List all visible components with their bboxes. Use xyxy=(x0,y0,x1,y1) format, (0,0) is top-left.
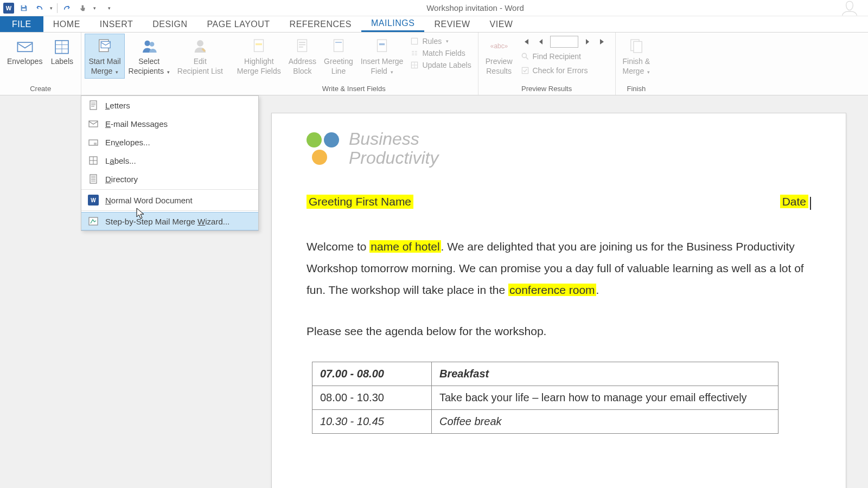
start-mail-merge-icon xyxy=(95,36,114,56)
svg-text:«abc»: «abc» xyxy=(490,42,508,50)
next-icon xyxy=(584,38,591,45)
table-row[interactable]: 08.00 - 10.30 Take back your life – lear… xyxy=(312,386,778,409)
agenda-time-0[interactable]: 07.00 - 08.00 xyxy=(312,362,432,386)
agenda-time-2[interactable]: 10.30 - 10.45 xyxy=(312,409,432,433)
highlight-icon xyxy=(249,36,269,56)
svg-rect-18 xyxy=(334,40,343,52)
select-recipients-label-1: Select xyxy=(138,57,159,67)
rules-label: Rules xyxy=(422,37,442,46)
last-record-button[interactable] xyxy=(597,36,609,48)
group-create: Envelopes Labels Create xyxy=(0,33,81,95)
greeting-icon xyxy=(329,36,348,56)
tab-references[interactable]: REFERENCES xyxy=(280,16,361,32)
insert-merge-field-button: Insert Merge Field ▾ xyxy=(357,34,407,79)
labels-icon xyxy=(52,36,72,56)
hotel-placeholder[interactable]: name of hotel xyxy=(369,240,441,253)
prev-record-button[interactable] xyxy=(535,36,547,48)
tab-page-layout[interactable]: PAGE LAYOUT xyxy=(197,16,280,32)
user-avatar[interactable] xyxy=(840,0,859,18)
letters-icon xyxy=(88,100,99,111)
finish-icon xyxy=(627,36,646,56)
tab-file[interactable]: FILE xyxy=(0,16,43,32)
table-row[interactable]: 10.30 - 10.45 Coffee break xyxy=(312,409,778,433)
dropdown-envelopes[interactable]: Envelopes... xyxy=(81,133,258,151)
ribbon-tabs: FILE HOME INSERT DESIGN PAGE LAYOUT REFE… xyxy=(0,16,868,33)
title-bar: W ▾ ▾ ▾ Workshop invitation - Word xyxy=(0,0,868,16)
prev-icon xyxy=(538,38,544,45)
email-icon xyxy=(88,118,99,129)
tab-home[interactable]: HOME xyxy=(43,16,90,32)
svg-rect-22 xyxy=(412,38,418,44)
agenda-intro[interactable]: Please see the agenda below for the work… xyxy=(307,320,811,342)
check-errors-icon xyxy=(521,66,529,75)
dropdown-email[interactable]: E-mail Messages xyxy=(81,114,258,133)
agenda-item-2[interactable]: Coffee break xyxy=(432,409,778,433)
dropdown-letters[interactable]: Letters xyxy=(81,96,258,114)
write-insert-small-buttons: Rules▾ Match Fields Update Labels xyxy=(407,34,474,73)
dropdown-separator xyxy=(81,189,258,190)
undo-dropdown-caret[interactable]: ▾ xyxy=(50,5,53,11)
group-preview-label: Preview Results xyxy=(482,84,612,95)
touch-dropdown-caret[interactable]: ▾ xyxy=(93,5,96,11)
envelopes-button[interactable]: Envelopes xyxy=(3,34,46,69)
last-icon xyxy=(599,38,607,46)
start-mail-merge-label-2: Merge ▾ xyxy=(91,67,119,76)
tab-design[interactable]: DESIGN xyxy=(143,16,197,32)
dropdown-wizard[interactable]: Step-by-Step Mail Merge Wizard... xyxy=(81,212,258,230)
check-errors-button: Check for Errors xyxy=(520,65,609,76)
svg-rect-21 xyxy=(379,43,385,45)
svg-rect-14 xyxy=(298,40,307,52)
svg-rect-48 xyxy=(89,217,98,225)
greeting-placeholder[interactable]: Greeting First Name xyxy=(307,195,413,209)
labels-label: Labels xyxy=(51,57,73,67)
mouse-cursor-icon xyxy=(136,207,146,222)
agenda-table[interactable]: 07.00 - 08.00 Breakfast 08.00 - 10.30 Ta… xyxy=(312,362,778,434)
undo-button[interactable] xyxy=(34,3,44,14)
svg-rect-32 xyxy=(90,101,97,110)
check-errors-label: Check for Errors xyxy=(533,66,588,75)
date-placeholder[interactable]: Date xyxy=(780,195,808,208)
record-number-input[interactable] xyxy=(550,36,578,48)
dropdown-labels[interactable]: Labels... xyxy=(81,151,258,170)
tab-view[interactable]: VIEW xyxy=(480,16,523,32)
group-write-insert-label: Write & Insert Fields xyxy=(233,84,475,95)
group-start-label xyxy=(85,84,226,95)
redo-button[interactable] xyxy=(62,3,73,14)
envelopes-menu-icon xyxy=(88,137,99,147)
edit-recipient-label-1: Edit xyxy=(194,57,207,67)
address-label-2: Block xyxy=(293,67,311,76)
touch-icon xyxy=(78,4,87,12)
logo-circles-icon xyxy=(307,132,339,165)
address-block-button: Address Block xyxy=(285,34,320,79)
touch-mode-button[interactable] xyxy=(77,3,88,14)
next-record-button[interactable] xyxy=(582,36,593,48)
save-button[interactable] xyxy=(18,3,29,14)
first-record-button[interactable] xyxy=(520,36,532,48)
find-recipient-icon xyxy=(521,52,529,61)
tab-insert[interactable]: INSERT xyxy=(90,16,143,32)
preview-results-button: «abc» Preview Results xyxy=(482,34,516,79)
tab-mailings[interactable]: MAILINGS xyxy=(361,16,424,32)
agenda-time-1[interactable]: 08.00 - 10.30 xyxy=(312,386,432,409)
table-row[interactable]: 07.00 - 08.00 Breakfast xyxy=(312,362,778,386)
labels-button[interactable]: Labels xyxy=(46,34,78,69)
tab-review[interactable]: REVIEW xyxy=(424,16,480,32)
conference-room-placeholder[interactable]: conference room xyxy=(508,284,596,296)
dropdown-normal-word[interactable]: W Normal Word Document xyxy=(81,191,258,209)
quick-access-toolbar: W ▾ ▾ ▾ xyxy=(3,3,111,14)
start-mail-merge-button[interactable]: Start Mail Merge ▾ xyxy=(85,34,124,79)
agenda-item-0[interactable]: Breakfast xyxy=(432,362,778,386)
dropdown-directory[interactable]: Directory xyxy=(81,170,258,188)
dropdown-letters-label: Letters xyxy=(105,101,130,110)
select-recipients-label-2: Recipients ▾ xyxy=(129,67,170,76)
document-page[interactable]: Business Productivity Greeting First Nam… xyxy=(271,113,846,488)
match-fields-label: Match Fields xyxy=(422,49,465,57)
match-fields-button: Match Fields xyxy=(409,48,472,59)
welcome-paragraph[interactable]: Welcome to name of hotel. We are delight… xyxy=(307,236,811,301)
insert-merge-label-2: Field ▾ xyxy=(371,67,393,76)
start-mail-merge-dropdown: Letters E-mail Messages Envelopes... Lab… xyxy=(81,95,259,231)
select-recipients-button[interactable]: Select Recipients ▾ xyxy=(125,34,174,79)
agenda-item-1[interactable]: Take back your life – learn how to manag… xyxy=(432,386,778,409)
dropdown-separator xyxy=(81,210,258,211)
update-labels-button: Update Labels xyxy=(409,60,472,70)
